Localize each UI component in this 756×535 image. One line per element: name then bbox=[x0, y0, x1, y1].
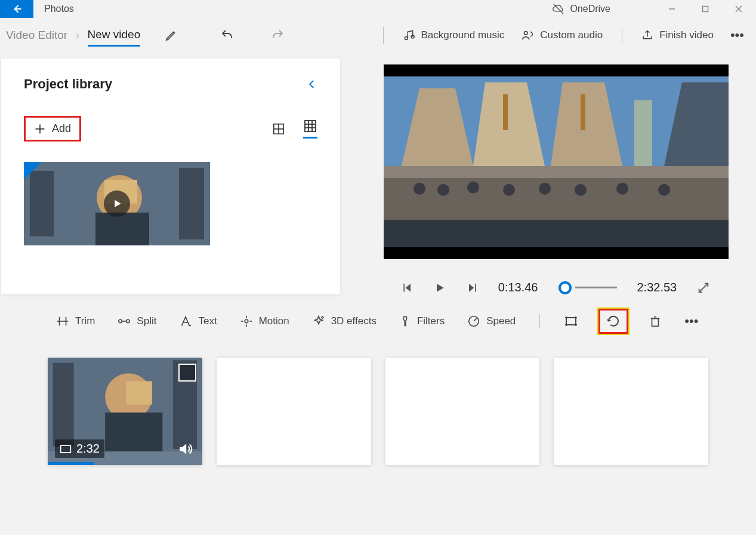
breadcrumb-root[interactable]: Video Editor bbox=[6, 29, 67, 42]
split-button[interactable]: Split bbox=[115, 311, 159, 331]
seek-track bbox=[575, 287, 617, 288]
svg-rect-34 bbox=[503, 94, 508, 130]
svg-point-36 bbox=[414, 183, 425, 195]
chevron-right-icon: › bbox=[76, 30, 79, 41]
custom-audio-button[interactable]: Custom audio bbox=[513, 22, 611, 48]
undo-button[interactable] bbox=[214, 22, 240, 48]
svg-point-50 bbox=[119, 319, 122, 323]
speed-button[interactable]: Speed bbox=[465, 311, 518, 331]
svg-point-38 bbox=[467, 182, 479, 193]
clip-duration-badge[interactable]: 2:32 bbox=[55, 439, 104, 458]
svg-rect-72 bbox=[53, 363, 74, 447]
svg-point-40 bbox=[539, 183, 551, 195]
finish-video-button[interactable]: Finish video bbox=[633, 22, 722, 48]
aspect-badge-icon bbox=[178, 364, 196, 382]
storyboard-slot-empty[interactable] bbox=[385, 358, 540, 465]
prev-frame-button[interactable] bbox=[402, 282, 414, 294]
clip-progress bbox=[48, 462, 94, 465]
clip-volume-button[interactable] bbox=[177, 441, 193, 457]
expand-icon bbox=[697, 281, 710, 294]
svg-point-5 bbox=[405, 37, 408, 40]
ellipsis-icon: ••• bbox=[730, 27, 744, 42]
svg-rect-68 bbox=[652, 318, 659, 326]
text-button[interactable]: Text bbox=[177, 311, 219, 331]
rotate-icon bbox=[606, 314, 621, 328]
collapse-panel-button[interactable] bbox=[307, 77, 317, 91]
divider bbox=[622, 27, 622, 44]
library-item[interactable] bbox=[24, 162, 210, 245]
play-icon bbox=[112, 198, 122, 209]
clip-duration: 2:32 bbox=[76, 442, 100, 456]
svg-rect-45 bbox=[403, 284, 405, 291]
pencil-icon bbox=[165, 29, 178, 42]
filters-button[interactable]: Filters bbox=[397, 311, 447, 331]
maximize-button[interactable] bbox=[692, 0, 719, 18]
seek-bar[interactable] bbox=[558, 281, 617, 294]
motion-icon bbox=[240, 315, 253, 328]
person-audio-icon bbox=[521, 29, 534, 42]
grid-3x3-icon bbox=[303, 119, 317, 133]
resize-button[interactable] bbox=[561, 310, 581, 332]
preview-player[interactable] bbox=[384, 64, 729, 259]
trim-button[interactable]: Trim bbox=[54, 311, 97, 331]
storyboard-slot-empty[interactable] bbox=[217, 358, 371, 465]
delete-button[interactable] bbox=[646, 311, 664, 331]
onedrive-status[interactable]: OneDrive bbox=[552, 2, 610, 16]
split-icon bbox=[118, 315, 131, 328]
grid-large-button[interactable] bbox=[303, 119, 317, 139]
selected-corner-icon bbox=[24, 162, 42, 180]
close-button[interactable] bbox=[725, 0, 752, 18]
text-icon bbox=[179, 315, 192, 328]
onedrive-label: OneDrive bbox=[570, 4, 610, 14]
redo-icon bbox=[270, 28, 285, 42]
rotate-button[interactable] bbox=[598, 309, 628, 334]
storyboard-slot-empty[interactable] bbox=[554, 358, 708, 465]
breadcrumb: Video Editor › New video bbox=[6, 24, 140, 47]
view-toggle bbox=[272, 119, 317, 139]
svg-rect-2 bbox=[703, 7, 708, 12]
svg-point-43 bbox=[658, 184, 670, 196]
next-frame-button[interactable] bbox=[466, 282, 478, 294]
background-music-button[interactable]: Background music bbox=[394, 22, 513, 48]
more-button[interactable]: ••• bbox=[722, 27, 752, 43]
play-button[interactable] bbox=[434, 282, 446, 294]
storyboard-toolbar: Trim Split Text Motion 3D effects Filter… bbox=[0, 294, 756, 334]
more-storyboard-button[interactable]: ••• bbox=[682, 310, 701, 333]
redo-button[interactable] bbox=[264, 22, 291, 48]
svg-point-55 bbox=[245, 319, 248, 323]
rename-button[interactable] bbox=[158, 22, 184, 48]
duration-icon bbox=[60, 444, 72, 454]
svg-rect-20 bbox=[30, 171, 54, 236]
fullscreen-button[interactable] bbox=[697, 281, 710, 294]
svg-rect-32 bbox=[634, 100, 652, 166]
grid-small-button[interactable] bbox=[272, 122, 285, 136]
svg-rect-13 bbox=[305, 121, 316, 131]
motion-button[interactable]: Motion bbox=[237, 311, 292, 331]
svg-rect-44 bbox=[384, 220, 729, 247]
svg-point-51 bbox=[126, 319, 130, 323]
svg-rect-23 bbox=[95, 213, 149, 245]
preview-area: 0:13.46 2:32.53 bbox=[340, 59, 756, 294]
current-time: 0:13.46 bbox=[498, 281, 538, 294]
svg-point-37 bbox=[437, 184, 449, 196]
play-overlay[interactable] bbox=[104, 190, 130, 217]
trash-icon bbox=[649, 315, 662, 328]
back-button[interactable] bbox=[0, 0, 33, 18]
minimize-button[interactable] bbox=[658, 0, 686, 18]
undo-icon bbox=[220, 28, 234, 42]
project-library-panel: Project library Add bbox=[1, 59, 340, 294]
storyboard-clip[interactable]: 2:32 bbox=[48, 358, 202, 465]
gauge-icon bbox=[467, 315, 480, 328]
plus-icon bbox=[34, 123, 46, 135]
svg-line-62 bbox=[474, 318, 477, 321]
breadcrumb-current[interactable]: New video bbox=[88, 28, 141, 47]
app-title: Photos bbox=[44, 4, 74, 14]
preview-frame bbox=[384, 64, 729, 259]
seek-knob-icon[interactable] bbox=[558, 281, 572, 294]
filter-icon bbox=[399, 315, 411, 328]
add-media-button[interactable]: Add bbox=[24, 116, 81, 142]
arrow-left-icon bbox=[11, 3, 23, 15]
frame-icon bbox=[564, 314, 578, 328]
3d-effects-button[interactable]: 3D effects bbox=[310, 311, 379, 331]
svg-rect-35 bbox=[581, 94, 585, 130]
